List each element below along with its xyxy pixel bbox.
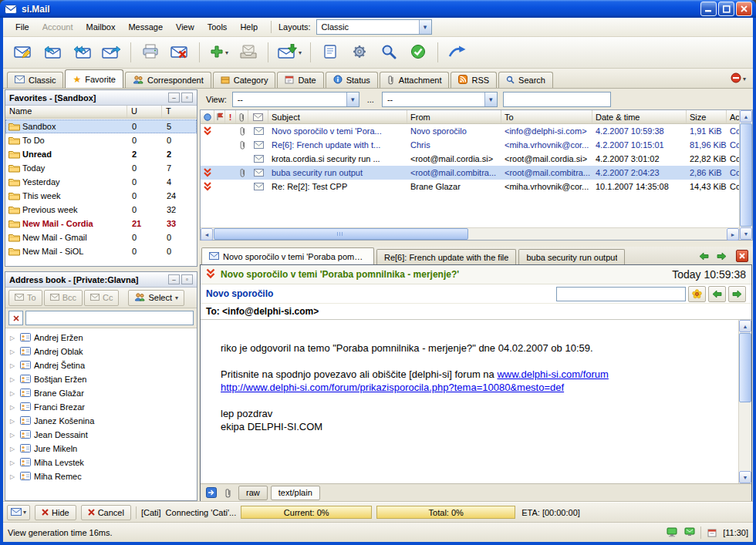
message-tab[interactable]: buba security run output <box>518 249 625 264</box>
column-name[interactable]: Name <box>5 106 127 118</box>
layouts-combobox[interactable]: Classic ▾ <box>316 19 432 35</box>
search-button[interactable] <box>375 39 403 66</box>
tab-category[interactable]: Category <box>213 72 276 88</box>
message-row[interactable]: Re: Re[2]: Test CPP Brane Glazar <miha.v… <box>201 180 739 193</box>
message-tab[interactable]: Novo sporočilo v temi 'Poraba pomnilni..… <box>201 247 374 264</box>
scrollbar-thumb[interactable] <box>740 123 752 227</box>
dropdown-arrow-icon[interactable]: ▾ <box>419 20 431 34</box>
reply-button[interactable] <box>39 39 66 66</box>
favorites-row[interactable]: Today 0 7 <box>5 161 197 175</box>
panel-detach-button[interactable]: ▫ <box>181 274 193 284</box>
panel-minimize-button[interactable]: – <box>168 274 180 284</box>
format-tab[interactable]: text/plain <box>271 486 320 500</box>
message-row[interactable]: Novo sporočilo v temi 'Pora... Novo spor… <box>201 124 739 138</box>
menu-item[interactable]: Tools <box>201 20 234 34</box>
add-button[interactable]: ▾ <box>205 39 233 66</box>
flag-icon[interactable] <box>214 110 225 123</box>
view-combobox[interactable]: -- ▾ <box>232 92 359 107</box>
attachment-icon[interactable] <box>221 488 235 498</box>
clear-search-button[interactable] <box>8 311 23 325</box>
maximize-button[interactable] <box>718 2 734 16</box>
cc-button[interactable]: Cc <box>84 290 119 306</box>
scroll-up-button[interactable]: ▲ <box>740 110 752 123</box>
network-status-icon[interactable] <box>665 527 679 537</box>
priority-column-icon[interactable]: ! <box>225 110 236 123</box>
favorites-row[interactable]: New Mail - Gmail 0 0 <box>5 230 197 244</box>
contact-row[interactable]: ▷ Boštjan Eržen <box>5 372 197 386</box>
hide-button[interactable]: Hide <box>35 505 76 520</box>
topic-link[interactable]: http://www.delphi-si.com/forum/prikazisp… <box>221 382 564 393</box>
message-row[interactable]: buba security run output <root@mail.comb… <box>201 166 739 180</box>
notes-button[interactable] <box>316 39 344 66</box>
contact-row[interactable]: ▷ Janez Košenina <box>5 414 197 428</box>
filter-combobox[interactable]: -- ▾ <box>382 92 498 107</box>
panel-minimize-button[interactable]: – <box>168 93 180 103</box>
scrollbar-track[interactable] <box>213 228 727 240</box>
tab-favorite[interactable]: ★ Favorite <box>65 69 123 88</box>
favorites-row[interactable]: Yesterday 0 4 <box>5 175 197 189</box>
to-button[interactable]: To <box>8 290 42 306</box>
menu-item[interactable]: Mailbox <box>79 20 121 34</box>
find-prev-button[interactable] <box>708 286 726 302</box>
favorites-row[interactable]: Sandbox 0 5 <box>5 119 197 133</box>
scrollbar-track[interactable] <box>739 332 751 471</box>
expand-arrow-icon[interactable]: ▷ <box>10 473 17 480</box>
contact-row[interactable]: ▷ Andrej Oblak <box>5 345 197 358</box>
scroll-down-button[interactable]: ▼ <box>740 227 752 240</box>
close-button[interactable] <box>736 2 752 16</box>
tab-classic[interactable]: Classic <box>7 72 63 88</box>
favorites-row[interactable]: Unread 2 2 <box>5 147 197 161</box>
reply-all-button[interactable] <box>68 39 96 66</box>
menu-item[interactable]: Account <box>36 20 79 34</box>
quick-search-input[interactable] <box>503 92 611 107</box>
new-message-button[interactable] <box>9 39 37 66</box>
tab-status[interactable]: Status <box>326 72 378 88</box>
contact-row[interactable]: ▷ Miha Remec <box>5 469 197 483</box>
favorites-panel-header[interactable]: Favorites - [Sandbox] – ▫ <box>5 90 197 106</box>
menu-item[interactable]: Help <box>234 20 264 34</box>
print-button[interactable] <box>137 39 164 66</box>
titlebar[interactable]: si.Mail <box>0 0 756 18</box>
outbox-button[interactable] <box>235 39 262 66</box>
message-search-input[interactable] <box>556 287 686 301</box>
contact-row[interactable]: ▷ Jean Dessaint <box>5 428 197 442</box>
scroll-down-button[interactable]: ▼ <box>739 471 751 483</box>
scroll-right-button[interactable]: ► <box>727 228 739 241</box>
panel-detach-button[interactable]: ▫ <box>181 93 193 103</box>
contact-row[interactable]: ▷ Miha Levstek <box>5 456 197 469</box>
favorites-row[interactable]: New Mail - SiOL 0 0 <box>5 244 197 258</box>
tab-date[interactable]: Date <box>277 72 323 88</box>
column-unread[interactable]: U <box>127 106 162 118</box>
settings-button[interactable] <box>346 39 373 66</box>
raw-tab[interactable]: raw <box>238 486 268 500</box>
expand-arrow-icon[interactable]: ▷ <box>10 446 17 452</box>
minimize-button[interactable] <box>700 2 717 16</box>
tab-rss[interactable]: RSS <box>451 72 497 88</box>
expand-arrow-icon[interactable]: ▷ <box>10 335 17 341</box>
column-from[interactable]: From <box>407 110 501 123</box>
close-message-tab-button[interactable] <box>736 250 748 262</box>
menu-item[interactable]: Message <box>122 20 169 34</box>
format-icon[interactable] <box>204 487 218 498</box>
status-ball-icon[interactable] <box>201 110 214 123</box>
contact-row[interactable]: ▷ Andrej Eržen <box>5 331 197 345</box>
tab-search[interactable]: Search <box>498 72 553 88</box>
column-date[interactable]: Date & time <box>592 110 687 123</box>
column-to[interactable]: To <box>501 110 592 123</box>
forward-button[interactable] <box>97 39 125 66</box>
scrollbar-thumb[interactable] <box>739 333 751 402</box>
scroll-left-button[interactable]: ◄ <box>201 228 213 241</box>
expand-arrow-icon[interactable]: ▷ <box>10 376 17 383</box>
highlight-button[interactable] <box>688 286 706 302</box>
prev-message-button[interactable] <box>696 249 711 263</box>
receive-mail-button[interactable]: ▾ <box>274 39 305 66</box>
transfer-menu-button[interactable]: ▾ <box>7 505 30 520</box>
addressbook-panel-header[interactable]: Address book - [Private:Glavna] – ▫ <box>5 272 197 288</box>
dropdown-arrow-icon[interactable]: ▾ <box>484 93 497 106</box>
expand-arrow-icon[interactable]: ▷ <box>10 362 17 369</box>
addressbook-search-input[interactable] <box>25 311 194 325</box>
menu-item[interactable]: File <box>9 20 35 34</box>
message-row[interactable]: Re[6]: French update with t... Chris <mi… <box>201 138 739 152</box>
scrollbar-track[interactable] <box>740 123 752 227</box>
favorites-row[interactable]: New Mail - Cordia 21 33 <box>5 217 197 230</box>
